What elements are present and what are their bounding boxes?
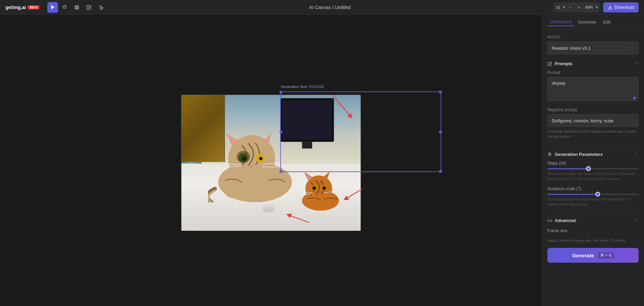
image-tool[interactable] xyxy=(84,2,94,13)
prompt-input[interactable] xyxy=(547,77,639,101)
canvas-container: LETHAL JAB Generation Size: 512×512 xyxy=(181,95,361,232)
zoom-level: 49% xyxy=(584,5,594,10)
negative-prompt-input[interactable] xyxy=(547,114,639,127)
advanced-title-text: Advanced xyxy=(555,218,576,223)
small-cat xyxy=(297,170,344,211)
advanced-title: Advanced xyxy=(547,218,576,223)
prompts-title-text: Prompts xyxy=(555,61,573,66)
zoom-in-button[interactable]: + xyxy=(575,3,583,11)
section-divider xyxy=(547,146,639,146)
advanced-toggle[interactable] xyxy=(635,218,639,223)
svg-point-42 xyxy=(549,153,549,154)
canvas-attribution: LETHAL JAB xyxy=(183,226,201,229)
tab-out-inpaint[interactable]: Out/Inpaint xyxy=(547,18,574,26)
panel-body: Model Realistic Vision v5.1 Prompts xyxy=(542,30,644,306)
svg-rect-0 xyxy=(75,5,79,9)
steps-thumb[interactable] xyxy=(586,166,591,171)
gen-params-title: Generation Parameters xyxy=(547,152,603,157)
zoom-preset: x1 xyxy=(555,5,562,10)
generation-size-label: Generation Size: 512×512 xyxy=(281,85,324,89)
generation-params-section: Generation Parameters Steps (24) Results… xyxy=(547,152,639,207)
svg-point-20 xyxy=(252,188,272,200)
main-content: LETHAL JAB Generation Size: 512×512 xyxy=(0,15,644,306)
hand-tool[interactable] xyxy=(59,2,70,13)
corner-handle-tl[interactable] xyxy=(279,91,282,93)
corner-handle-tr[interactable] xyxy=(439,91,442,93)
credits-info: Need 1 credits to generate. You have 75 … xyxy=(547,238,639,243)
zoom-preset-dropdown[interactable]: ▼ xyxy=(562,5,566,9)
generate-shortcut: ⌘ + G xyxy=(598,252,614,258)
svg-point-43 xyxy=(550,154,551,155)
guidance-thumb[interactable] xyxy=(595,192,600,196)
generate-label: Generate xyxy=(572,253,594,258)
right-panel: Out/Inpaint Generate Edit Model Realisti… xyxy=(542,15,644,306)
steps-label: Steps (24) xyxy=(547,161,639,166)
model-value: Realistic Vision v5.1 xyxy=(552,46,591,51)
gen-params-toggle[interactable] xyxy=(635,152,639,157)
prompt-indicator xyxy=(633,97,636,99)
negative-prompt-section: Negative prompt Concepts specified in th… xyxy=(547,107,639,139)
select-tool[interactable] xyxy=(47,2,58,13)
prompt-wrapper xyxy=(547,77,639,102)
svg-point-45 xyxy=(549,220,550,221)
zoom-level-dropdown[interactable]: ▼ xyxy=(595,5,598,9)
generate-button[interactable]: Generate ⌘ + G xyxy=(547,248,639,263)
section-divider-2 xyxy=(547,212,639,213)
corner-handle-mr[interactable] xyxy=(439,130,442,133)
prompts-toggle[interactable] xyxy=(635,61,639,66)
advanced-section: Advanced xyxy=(547,218,639,223)
gen-params-title-text: Generation Parameters xyxy=(555,152,603,157)
advanced-header: Advanced xyxy=(547,218,639,223)
svg-point-19 xyxy=(225,186,245,198)
guidance-label: Guidance scale (7) xyxy=(547,186,639,191)
toolbar xyxy=(47,2,106,13)
zoom-out-button[interactable]: − xyxy=(566,3,574,11)
model-select[interactable]: Realistic Vision v5.1 xyxy=(547,42,639,54)
canvas-image: LETHAL JAB xyxy=(181,95,361,231)
panel-tabs: Out/Inpaint Generate Edit xyxy=(542,15,644,30)
svg-point-30 xyxy=(322,186,326,190)
svg-point-13 xyxy=(259,157,262,160)
header-right: x1 ▼ − + 49% ▼ Download xyxy=(553,2,639,12)
tab-generate[interactable]: Generate xyxy=(576,18,599,26)
corner-handle-br[interactable] xyxy=(439,170,442,173)
negative-prompt-label: Negative prompt xyxy=(547,107,639,112)
frame-size-label: Frame size xyxy=(547,228,639,233)
negative-prompt-hint: Concepts specified in the negative promp… xyxy=(547,129,639,139)
frame-tool[interactable] xyxy=(71,2,82,13)
gen-params-header: Generation Parameters xyxy=(547,152,639,157)
tab-edit[interactable]: Edit xyxy=(600,18,613,26)
app-logo: getimg.ai beta xyxy=(5,5,39,10)
steps-slider[interactable] xyxy=(547,168,639,169)
app-name: getimg.ai xyxy=(5,5,26,10)
svg-point-2 xyxy=(88,6,89,7)
model-label: Model xyxy=(547,35,639,39)
svg-point-44 xyxy=(549,155,550,156)
frame-size-section: Frame size xyxy=(547,228,639,233)
beta-badge: beta xyxy=(28,5,39,9)
prompts-section: Prompts Prompt xyxy=(547,61,639,102)
rolled-paper xyxy=(262,204,275,212)
svg-point-21 xyxy=(236,151,250,163)
download-label: Download xyxy=(614,5,634,10)
guidance-slider[interactable] xyxy=(547,194,639,195)
prompts-header: Prompts xyxy=(547,61,639,66)
big-cat xyxy=(208,128,302,202)
svg-point-29 xyxy=(312,186,316,190)
zoom-control: x1 ▼ − + 49% ▼ xyxy=(553,2,600,12)
image-wrapper: LETHAL JAB Generation Size: 512×512 xyxy=(181,95,361,231)
app-header: getimg.ai beta AI Canvas / Untitled x1 ▼… xyxy=(0,0,644,15)
prompts-title: Prompts xyxy=(547,61,573,66)
model-section: Model Realistic Vision v5.1 xyxy=(547,35,639,54)
draw-tool[interactable] xyxy=(96,2,106,13)
page-title: AI Canvas / Untitled xyxy=(106,5,553,10)
guidance-hint: Increasing guidance scale forces the gen… xyxy=(547,197,639,207)
download-button[interactable]: Download xyxy=(603,2,639,12)
prompt-label: Prompt xyxy=(547,70,639,75)
canvas-area[interactable]: LETHAL JAB Generation Size: 512×512 xyxy=(0,15,542,306)
steps-hint: Results are better the more steps you us… xyxy=(547,171,639,182)
